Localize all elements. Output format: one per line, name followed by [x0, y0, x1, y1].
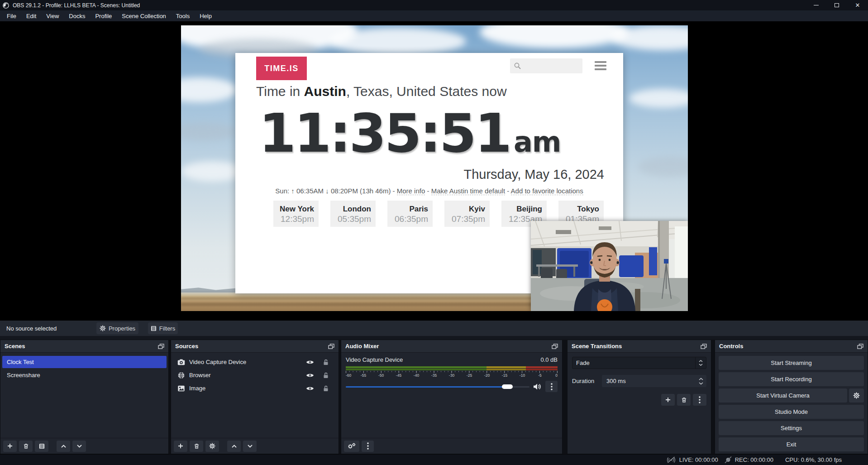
add-transition-button[interactable] [661, 394, 675, 406]
chevron-up-icon [699, 378, 703, 380]
volume-meter [346, 366, 558, 370]
cpu-fps-stats: CPU: 0.6%, 30.00 fps [785, 456, 842, 463]
live-time: LIVE: 00:00:00 [679, 456, 718, 463]
timeis-sun-info: Sun: ↑ 06:35AM ↓ 08:20PM (13h 46m) - Mor… [235, 187, 623, 195]
eye-icon[interactable] [306, 373, 314, 378]
source-item-video-capture[interactable]: Video Capture Device [173, 356, 337, 368]
popout-icon[interactable] [857, 344, 863, 349]
start-virtual-camera-button[interactable]: Start Virtual Camera [719, 388, 847, 403]
close-button[interactable]: ✕ [847, 0, 868, 10]
add-scene-button[interactable] [3, 441, 17, 452]
move-scene-down-button[interactable] [72, 441, 86, 452]
duration-spinbox[interactable]: 300 ms [602, 375, 706, 387]
menu-view[interactable]: View [41, 10, 64, 21]
scene-filters-button[interactable] [35, 441, 48, 452]
speaker-icon[interactable] [533, 383, 542, 390]
audio-mixer-panel: Audio Mixer Video Capture Device 0.0 dB … [341, 340, 563, 454]
move-source-up-button[interactable] [227, 441, 241, 452]
scene-item-screenshare[interactable]: Screenshare [2, 369, 167, 381]
menu-edit[interactable]: Edit [21, 10, 41, 21]
volume-slider[interactable] [346, 383, 529, 391]
transition-options-button[interactable] [693, 394, 706, 406]
mixer-options-button[interactable] [545, 381, 558, 392]
cloud [181, 77, 238, 102]
popout-icon[interactable] [328, 344, 334, 349]
filters-icon [151, 326, 157, 331]
eye-icon[interactable] [306, 360, 314, 365]
popout-icon[interactable] [701, 344, 707, 349]
properties-button[interactable]: Properties [96, 322, 138, 334]
source-item-image[interactable]: Image [173, 382, 337, 394]
mixer-channel-label: Video Capture Device [346, 356, 403, 363]
sources-toolbar [171, 438, 339, 454]
rec-time: REC: 00:00:00 [735, 456, 773, 463]
transition-select[interactable]: Fade [572, 357, 706, 369]
menu-file[interactable]: File [2, 10, 21, 21]
sources-list: Video Capture Device Browser Image [171, 353, 339, 438]
more-info-link: More info [397, 187, 425, 195]
virtual-camera-config-button[interactable] [849, 388, 864, 403]
menu-profile[interactable]: Profile [90, 10, 117, 21]
menu-scene-collection[interactable]: Scene Collection [117, 10, 171, 21]
rec-status-icon [725, 456, 732, 463]
remove-transition-button[interactable] [677, 394, 691, 406]
globe-icon [177, 372, 185, 379]
scenes-list: Clock Test Screenshare [0, 353, 168, 438]
add-favorite-link: Add to favorite locations [511, 187, 583, 195]
no-source-selected-label: No source selected [6, 325, 57, 332]
menu-tools[interactable]: Tools [171, 10, 195, 21]
move-scene-up-button[interactable] [57, 441, 70, 452]
chevron-down-icon [77, 445, 82, 448]
kebab-icon [699, 396, 701, 403]
city-tile: London05:35pm [330, 201, 376, 227]
scene-transitions-panel: Scene Transitions Fade Duration 300 ms [567, 340, 711, 454]
sources-header: Sources [171, 340, 339, 353]
timeis-date: Thursday, May 16, 2024 [463, 167, 604, 182]
plus-icon [7, 443, 13, 449]
remove-source-button[interactable] [190, 441, 203, 452]
lock-icon[interactable] [323, 372, 329, 379]
scene-transitions-header: Scene Transitions [568, 340, 711, 353]
start-streaming-button[interactable]: Start Streaming [719, 356, 864, 370]
studio-mode-button[interactable]: Studio Mode [719, 405, 864, 419]
advanced-audio-button[interactable] [344, 441, 359, 452]
scene-item-clock-test[interactable]: Clock Test [2, 356, 167, 368]
volume-slider-handle[interactable] [502, 384, 513, 389]
cloud [638, 157, 688, 177]
add-source-button[interactable] [174, 441, 187, 452]
start-recording-button[interactable]: Start Recording [719, 372, 864, 386]
lock-icon[interactable] [323, 385, 329, 392]
maximize-button[interactable] [826, 0, 847, 10]
eye-icon[interactable] [306, 386, 314, 391]
menu-help[interactable]: Help [195, 10, 217, 21]
plus-icon [665, 397, 671, 403]
city-tile: New York12:35pm [273, 201, 319, 227]
settings-button[interactable]: Settings [719, 421, 864, 435]
audio-mixer-toolbar [341, 438, 562, 454]
audio-mixer-header: Audio Mixer [341, 340, 562, 353]
maximize-icon [835, 3, 839, 7]
gear-icon [100, 325, 106, 331]
spinner-arrows[interactable] [699, 375, 703, 387]
popout-icon[interactable] [158, 344, 164, 349]
cloud [181, 161, 244, 182]
mixer-menu-button[interactable] [362, 441, 374, 452]
menu-docks[interactable]: Docks [64, 10, 90, 21]
popout-icon[interactable] [552, 344, 558, 349]
filters-button[interactable]: Filters [148, 322, 178, 334]
source-item-browser[interactable]: Browser [173, 369, 337, 381]
kebab-icon [551, 383, 553, 390]
move-source-down-button[interactable] [243, 441, 257, 452]
make-default-link: Make Austin time default [431, 187, 505, 195]
preview-canvas[interactable]: TIME.IS Time in Austin, Texas, United St… [181, 25, 688, 311]
duration-label: Duration [572, 378, 596, 384]
menu-bar: File Edit View Docks Profile Scene Colle… [0, 10, 868, 21]
remove-scene-button[interactable] [19, 441, 33, 452]
minimize-button[interactable] [806, 0, 826, 10]
timeis-heading: Time in Austin, Texas, United States now [256, 84, 507, 99]
source-properties-button[interactable] [205, 441, 219, 452]
exit-button[interactable]: Exit [719, 437, 864, 451]
lock-icon[interactable] [323, 359, 329, 365]
trash-icon [681, 397, 687, 403]
title-bar: OBS 29.1.2 - Profile: LLHLS BETA - Scene… [0, 0, 868, 10]
